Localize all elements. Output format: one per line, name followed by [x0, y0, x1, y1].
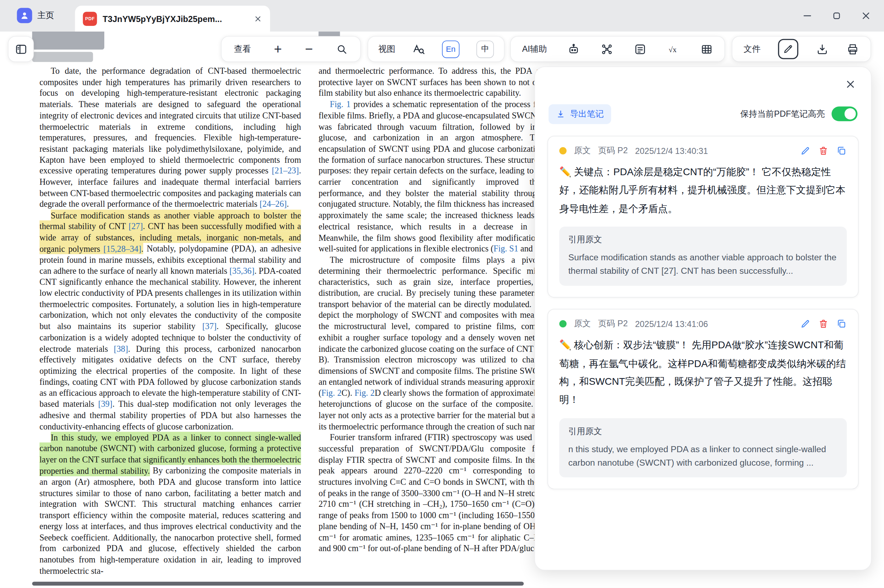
- pencil-emoji: ✏️: [560, 166, 572, 178]
- maximize-button[interactable]: [831, 10, 842, 22]
- window-controls: [802, 0, 872, 32]
- highlight-color-dot: [560, 147, 567, 154]
- export-notes-button[interactable]: 导出笔记: [548, 104, 611, 124]
- ai-robot-icon[interactable]: [567, 42, 580, 56]
- file-toolbar-group: 文件: [732, 36, 871, 62]
- note-page-label: 页码 P2: [598, 146, 627, 156]
- pencil-icon: [782, 43, 794, 55]
- annotate-pencil-button[interactable]: [778, 39, 798, 59]
- note-card: 原文 页码 P2 2025/12/4 13:40:31 ✏️关键点：PD: [547, 136, 858, 297]
- horizontal-scrollbar[interactable]: [32, 582, 524, 585]
- pdf-file-icon: PDF: [83, 12, 97, 26]
- delete-note-icon[interactable]: [818, 146, 828, 156]
- redacted-header-block: [32, 52, 93, 62]
- note-card-header: 原文 页码 P2 2025/12/4 13:40:31: [560, 146, 847, 156]
- highlight-color-dot: [560, 320, 567, 328]
- quote-title: 引用原文: [568, 426, 838, 436]
- display-toolbar-group: 视图 En 中: [368, 36, 504, 62]
- notes-icon[interactable]: [633, 42, 647, 56]
- export-icon: [556, 109, 566, 119]
- minimize-button[interactable]: [802, 10, 813, 22]
- note-page-label: 页码 P2: [598, 318, 627, 329]
- citation-link[interactable]: Fig. 2: [321, 388, 342, 398]
- edit-note-icon[interactable]: [800, 146, 810, 156]
- keep-highlight-toggle[interactable]: [831, 106, 857, 121]
- language-zh-button[interactable]: 中: [476, 40, 494, 58]
- file-menu[interactable]: 文件: [743, 44, 761, 54]
- note-text: ✏️关键点：PDA涂层是稳定CNT的“万能胶”！ 它不仅热稳定性好，还能粘附几乎…: [560, 163, 847, 218]
- download-icon[interactable]: [816, 42, 829, 56]
- quote-title: 引用原文: [568, 234, 838, 245]
- body-text: To date, the performance degradation of …: [39, 66, 301, 176]
- quoted-source-block: 引用原文 n this study, we employed PDA as a …: [560, 418, 847, 477]
- close-button[interactable]: [860, 10, 872, 22]
- paragraph: To date, the performance degradation of …: [39, 65, 301, 210]
- zoom-out-button[interactable]: −: [305, 42, 313, 56]
- quoted-source-block: 引用原文 Surface modification stands as anot…: [560, 226, 847, 286]
- svg-text:√x: √x: [669, 45, 677, 54]
- pdf-left-column: To date, the performance degradation of …: [39, 65, 301, 579]
- language-en-button[interactable]: En: [442, 40, 459, 58]
- zoom-in-button[interactable]: +: [274, 42, 282, 56]
- body-text: .: [287, 199, 289, 209]
- citation-link[interactable]: [35,36]: [230, 266, 254, 276]
- note-source-label: 原文: [574, 318, 591, 329]
- citation-link[interactable]: [39]: [98, 399, 113, 408]
- search-icon[interactable]: [336, 43, 348, 55]
- formula-icon[interactable]: √x: [667, 42, 680, 56]
- note-card-list: 原文 页码 P2 2025/12/4 13:40:31 ✏️关键点：PD: [547, 136, 858, 489]
- redacted-header-block: [32, 32, 104, 50]
- note-timestamp: 2025/12/4 13:41:06: [635, 319, 708, 329]
- sidebar-toggle-icon: [15, 42, 28, 56]
- keep-highlight-label: 保持当前PDF笔记高亮: [740, 108, 825, 119]
- citation-link[interactable]: [24–26]: [260, 199, 287, 209]
- home-icon: [17, 8, 32, 23]
- note-timestamp: 2025/12/4 13:40:31: [635, 146, 708, 156]
- body-text: and: [518, 244, 534, 253]
- edit-note-icon[interactable]: [800, 318, 810, 329]
- body-text: By carbonizing the composite materials i…: [39, 466, 301, 575]
- app-window: 主页 PDF T3JnYW5pYyBjYXJib25pem... To date…: [0, 0, 884, 588]
- title-bar: 主页 PDF T3JnYW5pYyBjYXJib25pem...: [0, 0, 884, 32]
- paragraph: In this study, we employed PDA as a link…: [39, 432, 301, 576]
- notes-panel: 导出笔记 保持当前PDF笔记高亮 原文 页码 P2 2025/12/4 13:4…: [534, 67, 872, 571]
- citation-link[interactable]: [27]: [128, 220, 143, 232]
- citation-link[interactable]: [37]: [202, 321, 216, 331]
- sidebar-toggle-button[interactable]: [8, 36, 34, 62]
- home-label: 主页: [37, 10, 54, 21]
- font-search-icon[interactable]: [412, 42, 425, 56]
- note-source-label: 原文: [574, 146, 591, 156]
- tab-close-icon[interactable]: [254, 15, 262, 23]
- citation-link[interactable]: [38]: [114, 344, 128, 353]
- home-button[interactable]: 主页: [17, 8, 54, 23]
- quote-text: n this study, we employed PDA as a linke…: [568, 442, 838, 469]
- print-icon[interactable]: [846, 42, 860, 56]
- knowledge-graph-icon[interactable]: [600, 42, 614, 56]
- citation-link[interactable]: [21–23]: [272, 166, 299, 176]
- citation-link[interactable]: Fig. 1: [330, 99, 351, 109]
- note-card-header: 原文 页码 P2 2025/12/4 13:41:06: [560, 318, 847, 329]
- citation-link[interactable]: Fig. 2: [354, 388, 375, 398]
- view-menu[interactable]: 查看: [234, 44, 251, 54]
- table-icon[interactable]: [700, 42, 713, 56]
- pencil-emoji: ✏️: [560, 339, 572, 351]
- ai-assist-menu[interactable]: AI辅助: [522, 44, 547, 54]
- delete-note-icon[interactable]: [818, 318, 828, 329]
- tab-title: T3JnYW5pYyBjYXJib25pem...: [102, 14, 248, 23]
- citation-link[interactable]: [15,28–34]: [104, 243, 141, 254]
- pdf-tab[interactable]: PDF T3JnYW5pYyBjYXJib25pem...: [75, 6, 270, 32]
- keep-highlight-row: 保持当前PDF笔记高亮: [740, 106, 858, 121]
- quote-text: Surface modification stands as another v…: [568, 251, 838, 278]
- display-menu[interactable]: 视图: [378, 44, 395, 54]
- body-text: C).: [342, 388, 355, 398]
- ai-toolbar-group: AI辅助 √x: [510, 36, 725, 62]
- note-text: ✏️核心创新：双步法“镀膜”！ 先用PDA做“胶水”连接SWCNT和葡萄糖，再在…: [560, 336, 847, 409]
- copy-note-icon[interactable]: [836, 318, 847, 329]
- copy-note-icon[interactable]: [836, 146, 847, 156]
- citation-link[interactable]: Fig. S1: [494, 244, 518, 253]
- note-card: 原文 页码 P2 2025/12/4 13:41:06 ✏️核心创新：双: [547, 309, 858, 489]
- panel-close-icon[interactable]: [845, 78, 856, 90]
- view-toolbar-group: 查看 + −: [221, 36, 361, 62]
- paragraph: Surface modification stands as another v…: [39, 210, 301, 432]
